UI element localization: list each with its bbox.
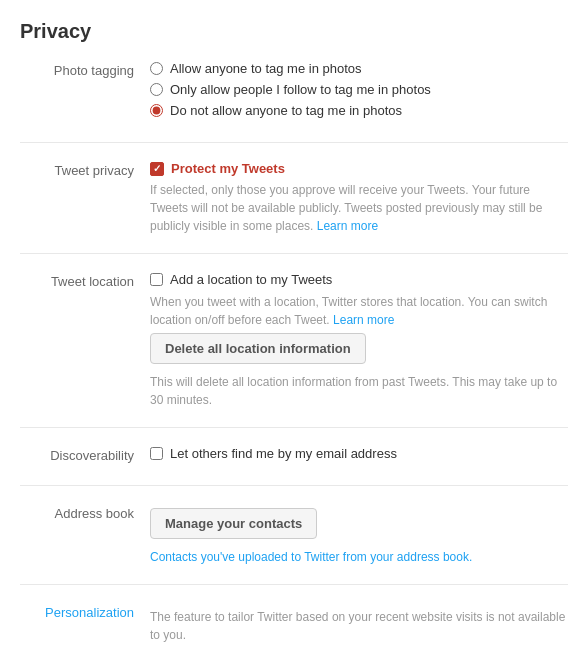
personalization-section: Personalization The feature to tailor Tw… (20, 603, 568, 645)
address-book-section: Address book Manage your contacts Contac… (20, 504, 568, 585)
discoverability-content: Let others find me by my email address (150, 446, 568, 467)
tweet-privacy-description: If selected, only those you approve will… (150, 181, 568, 235)
tweet-location-content: Add a location to my Tweets When you twe… (150, 272, 568, 409)
photo-follow-label: Only allow people I follow to tag me in … (170, 82, 431, 97)
address-book-link: Contacts you've uploaded to Twitter from… (150, 550, 472, 564)
add-location-label: Add a location to my Tweets (170, 272, 332, 287)
discoverability-section: Discoverability Let others find me by my… (20, 446, 568, 486)
personalization-label: Personalization (20, 603, 150, 645)
photo-none-label: Do not allow anyone to tag me in photos (170, 103, 402, 118)
protect-tweets-checkbox[interactable] (150, 162, 164, 176)
page-title: Privacy (20, 20, 568, 43)
tweet-location-section: Tweet location Add a location to my Twee… (20, 272, 568, 428)
add-location-checkbox[interactable] (150, 273, 163, 286)
add-location-row: Add a location to my Tweets (150, 272, 568, 287)
photo-option-anyone: Allow anyone to tag me in photos (150, 61, 568, 76)
address-book-content: Manage your contacts Contacts you've upl… (150, 504, 568, 566)
tweet-privacy-label: Tweet privacy (20, 161, 150, 235)
personalization-description1: The feature to tailor Twitter based on y… (150, 608, 568, 644)
protect-tweets-label: Protect my Tweets (171, 161, 285, 176)
photo-tagging-section: Photo tagging Allow anyone to tag me in … (20, 61, 568, 143)
photo-tagging-label: Photo tagging (20, 61, 150, 124)
photo-option-follow: Only allow people I follow to tag me in … (150, 82, 568, 97)
delete-location-description: This will delete all location informatio… (150, 373, 568, 409)
photo-anyone-radio[interactable] (150, 62, 163, 75)
email-discoverability-row: Let others find me by my email address (150, 446, 568, 461)
discoverability-checkbox-label: Let others find me by my email address (170, 446, 397, 461)
discoverability-checkbox[interactable] (150, 447, 163, 460)
photo-none-radio[interactable] (150, 104, 163, 117)
tweet-privacy-section: Tweet privacy Protect my Tweets If selec… (20, 161, 568, 254)
tweet-location-label: Tweet location (20, 272, 150, 409)
photo-anyone-label: Allow anyone to tag me in photos (170, 61, 362, 76)
discoverability-label: Discoverability (20, 446, 150, 467)
tweet-location-learn-more[interactable]: Learn more (333, 313, 394, 327)
address-book-description: Contacts you've uploaded to Twitter from… (150, 548, 568, 566)
tweet-privacy-content: Protect my Tweets If selected, only thos… (150, 161, 568, 235)
tweet-privacy-learn-more[interactable]: Learn more (317, 219, 378, 233)
protect-tweets-row: Protect my Tweets (150, 161, 568, 176)
photo-follow-radio[interactable] (150, 83, 163, 96)
tweet-location-description: When you tweet with a location, Twitter … (150, 293, 568, 329)
photo-tagging-content: Allow anyone to tag me in photos Only al… (150, 61, 568, 124)
photo-option-none: Do not allow anyone to tag me in photos (150, 103, 568, 118)
manage-contacts-button[interactable]: Manage your contacts (150, 508, 317, 539)
personalization-content: The feature to tailor Twitter based on y… (150, 603, 568, 645)
address-book-label: Address book (20, 504, 150, 566)
delete-location-button[interactable]: Delete all location information (150, 333, 366, 364)
